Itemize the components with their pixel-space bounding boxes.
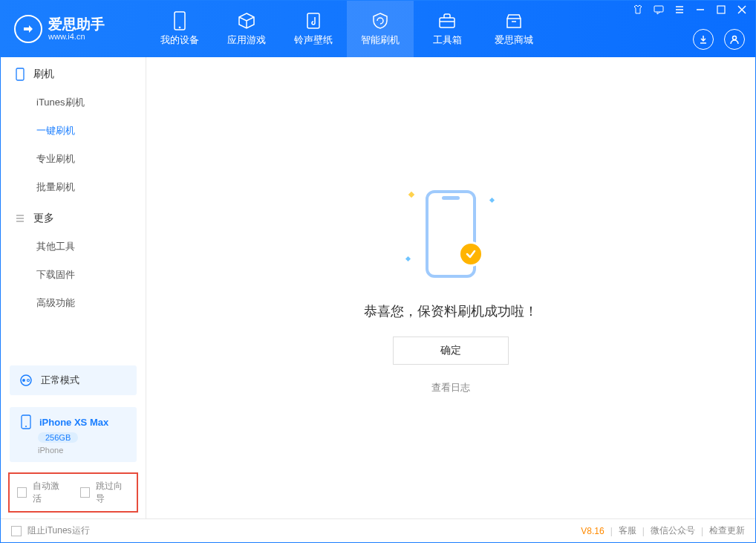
feedback-icon[interactable] (653, 4, 665, 16)
sidebar-item-pro[interactable]: 专业刷机 (1, 145, 146, 173)
nav-store[interactable]: 爱思商城 (480, 1, 547, 57)
sidebar-item-oneclick[interactable]: 一键刷机 (1, 117, 146, 145)
sparkle-icon (405, 256, 411, 261)
window-controls (625, 1, 755, 19)
svg-rect-2 (307, 13, 319, 28)
check-badge-icon (458, 241, 483, 267)
nav-label: 铃声壁纸 (294, 33, 333, 47)
nav-label: 智能刷机 (361, 33, 400, 47)
phone-outline-icon (14, 68, 26, 80)
sparkle-icon (489, 197, 495, 202)
close-button[interactable] (736, 4, 748, 16)
svg-point-23 (25, 426, 27, 427)
wechat-link[interactable]: 微信公众号 (651, 524, 695, 537)
logo-icon (14, 15, 42, 43)
nav-label: 应用游戏 (227, 33, 266, 47)
download-button[interactable] (693, 29, 714, 50)
svg-point-21 (27, 380, 30, 382)
sidebar-item-batch[interactable]: 批量刷机 (1, 173, 146, 201)
footer: 阻止iTunes运行 V8.16 | 客服 | 微信公众号 | 检查更新 (1, 518, 755, 542)
maximize-button[interactable] (715, 4, 727, 16)
nav-smart-flash[interactable]: 智能刷机 (347, 1, 414, 57)
skip-guide-checkbox[interactable]: 跳过向导 (80, 480, 130, 505)
sidebar-item-itunes[interactable]: iTunes刷机 (1, 88, 146, 117)
check-update-link[interactable]: 检查更新 (709, 524, 745, 537)
version-label: V8.16 (581, 526, 604, 536)
main-content: 恭喜您，保资料刷机成功啦！ 确定 查看日志 (146, 57, 755, 518)
svg-rect-6 (654, 6, 663, 12)
support-link[interactable]: 客服 (619, 524, 636, 537)
sidebar-group-more: 更多 (1, 201, 146, 233)
nav-my-device[interactable]: 我的设备 (146, 1, 213, 57)
minimize-button[interactable] (694, 4, 706, 16)
checkbox-icon (11, 526, 22, 536)
mode-card[interactable]: 正常模式 (10, 365, 137, 395)
stop-itunes-label: 阻止iTunes运行 (27, 524, 90, 537)
app-subtitle: www.i4.cn (48, 32, 105, 41)
view-log-link[interactable]: 查看日志 (431, 381, 470, 394)
store-icon (504, 11, 524, 30)
svg-rect-11 (717, 6, 725, 13)
sidebar: 刷机 iTunes刷机 一键刷机 专业刷机 批量刷机 更多 其他工具 下载固件 … (1, 57, 146, 518)
header: 爱思助手 www.i4.cn 我的设备 应用游戏 铃声壁纸 智能刷机 (1, 1, 755, 57)
skip-guide-label: 跳过向导 (96, 480, 129, 505)
nav-label: 工具箱 (433, 33, 462, 47)
sidebar-group-flash: 刷机 (1, 57, 146, 88)
success-title: 恭喜您，保资料刷机成功啦！ (364, 302, 538, 320)
svg-point-1 (179, 27, 181, 29)
options-box: 自动激活 跳过向导 (8, 472, 138, 513)
sidebar-item-advanced[interactable]: 高级功能 (1, 289, 146, 317)
device-storage: 256GB (38, 432, 78, 443)
group-title: 更多 (33, 212, 54, 225)
svg-point-14 (733, 36, 737, 40)
nav-label: 爱思商城 (495, 33, 533, 47)
list-icon (14, 212, 26, 224)
nav-label: 我的设备 (160, 33, 199, 47)
top-nav: 我的设备 应用游戏 铃声壁纸 智能刷机 工具箱 爱思商城 (146, 1, 547, 57)
cube-icon (237, 11, 256, 30)
sparkle-icon (408, 191, 414, 197)
menu-icon[interactable] (674, 4, 685, 16)
checkbox-icon (80, 487, 90, 498)
nav-apps-games[interactable]: 应用游戏 (213, 1, 280, 57)
phone-icon (170, 11, 189, 30)
svg-point-20 (22, 379, 25, 382)
header-right-actions (693, 29, 745, 50)
nav-ringtones[interactable]: 铃声壁纸 (280, 1, 347, 57)
toolbox-icon (437, 11, 457, 30)
svg-rect-15 (16, 68, 24, 80)
auto-activate-checkbox[interactable]: 自动激活 (17, 480, 67, 505)
device-card[interactable]: iPhone XS Max 256GB iPhone (10, 407, 137, 462)
group-title: 刷机 (33, 68, 54, 81)
stop-itunes-checkbox[interactable]: 阻止iTunes运行 (11, 524, 90, 537)
music-icon (304, 11, 323, 30)
sidebar-item-other-tools[interactable]: 其他工具 (1, 233, 146, 261)
svg-rect-3 (440, 18, 454, 27)
checkbox-icon (17, 487, 27, 498)
logo-area: 爱思助手 www.i4.cn (1, 15, 146, 43)
mode-icon (19, 373, 33, 388)
shirt-icon[interactable] (632, 4, 644, 16)
sidebar-item-download-fw[interactable]: 下载固件 (1, 261, 146, 289)
device-icon (19, 414, 33, 429)
nav-toolbox[interactable]: 工具箱 (414, 1, 480, 57)
success-illustration (399, 182, 503, 286)
mode-label: 正常模式 (41, 374, 79, 387)
auto-activate-label: 自动激活 (33, 480, 66, 505)
device-type: iPhone (38, 446, 63, 455)
app-window: 爱思助手 www.i4.cn 我的设备 应用游戏 铃声壁纸 智能刷机 (0, 0, 756, 543)
refresh-shield-icon (371, 11, 390, 30)
user-button[interactable] (724, 29, 745, 50)
body: 刷机 iTunes刷机 一键刷机 专业刷机 批量刷机 更多 其他工具 下载固件 … (1, 57, 755, 518)
device-name: iPhone XS Max (39, 417, 108, 428)
ok-button[interactable]: 确定 (393, 336, 509, 365)
app-title: 爱思助手 (48, 17, 105, 33)
